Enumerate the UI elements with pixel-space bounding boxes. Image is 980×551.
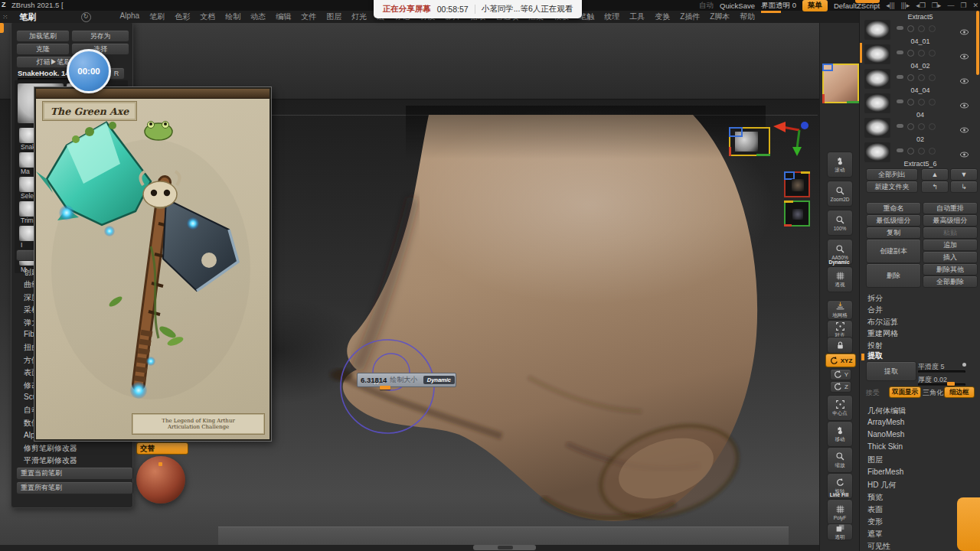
axis-gizmo[interactable] [772,116,818,159]
tool-section-3[interactable]: 布尔运算 [867,317,898,328]
duplicate-button[interactable]: 创建副本 [866,239,921,263]
menu-item[interactable]: Z插件 [680,11,700,22]
active-tool-thumbnail[interactable] [822,64,859,103]
rotate-y-button[interactable]: Y [830,369,851,380]
tool-section-4[interactable]: 重建网格 [867,328,898,339]
displacement-icon[interactable] [929,74,936,81]
store-window-icon[interactable]: ◂❒ [916,2,926,9]
subtool-down-button[interactable]: ▼ [950,168,978,181]
texture-icon[interactable] [918,148,925,155]
rotate-xyz-button[interactable]: XYZ [825,354,856,367]
uv-icon[interactable] [907,99,914,106]
highest-subdiv-button[interactable]: 最高级细分 [923,214,978,227]
new-folder-button[interactable]: 新建文件夹 [866,181,918,193]
ui-opacity-handle[interactable] [761,11,781,13]
subtool-row[interactable] [860,46,979,62]
current-brush-slider[interactable]: SnakeHook. 143 [18,69,74,77]
polypaint-icon[interactable] [897,51,903,54]
tool-section-2[interactable]: 合并 [867,305,883,315]
menu-item[interactable]: 动态 [250,11,266,22]
menu-item[interactable]: 文档 [200,11,215,22]
tool-section-5[interactable]: 投射 [867,341,883,351]
restore-window-icon[interactable]: ❒▸ [932,2,942,9]
uv-icon[interactable] [907,123,914,130]
menu-item[interactable]: 笔刷 [149,11,165,22]
polypaint-icon[interactable] [897,148,903,152]
中心点-button[interactable]: 中心点 [827,395,853,421]
shrink-ui-left-icon[interactable]: ◂||| [886,2,895,9]
clone-brush-button[interactable]: 克隆 [16,43,70,55]
tool-section-bottom-1[interactable]: 几何体编辑 [867,406,906,416]
delete-all-button[interactable]: 全部删除 [923,276,978,288]
menu-item[interactable]: 图层 [326,11,341,22]
menu-button[interactable]: 菜单 [802,0,828,11]
eye-icon[interactable] [959,122,969,136]
minimize-icon[interactable]: — [947,2,954,9]
eye-icon[interactable] [959,73,969,87]
move-to-folder-down-button[interactable]: ↳ [950,181,978,193]
menu-item[interactable]: Z脚本 [710,11,730,22]
extract-thickness-handle[interactable] [947,382,955,386]
tool-section-bottom-12[interactable]: 可见性 [867,541,890,551]
uv-icon[interactable] [907,50,914,57]
menu-item[interactable]: 绘制 [225,11,240,22]
auto-reorder-button[interactable]: 自动重排 [923,202,978,214]
subtool-row[interactable] [860,119,979,135]
tool-section-bottom-4[interactable]: Thick Skin [867,442,903,451]
extract-button[interactable]: 提取 [866,361,916,381]
缩放-button[interactable]: 缩放 [827,447,853,473]
maximize-icon[interactable]: ❐ [960,2,966,9]
透视-button[interactable]: 透视 [827,266,853,292]
view-thumbnail-2[interactable] [784,171,810,197]
texture-icon[interactable] [918,50,925,57]
polypaint-icon[interactable] [897,124,903,128]
displacement-icon[interactable] [929,123,936,130]
displacement-icon[interactable] [929,50,936,57]
tool-section-bottom-11[interactable]: 遮罩 [867,529,883,540]
menu-item[interactable]: 帮助 [740,11,755,22]
recording-clock-overlay[interactable]: 00:00 [67,49,111,93]
sculpt-model[interactable] [207,106,804,549]
double-sided-toggle[interactable]: 双面显示 [889,386,921,398]
displacement-icon[interactable] [929,148,936,155]
ui-opacity-slider[interactable]: 界面透明 0 [761,1,796,11]
smoothness-track[interactable] [918,370,965,373]
tool-section-bottom-9[interactable]: 表面 [867,504,883,515]
polypaint-icon[interactable] [897,99,903,103]
move-to-folder-up-button[interactable]: ↰ [921,181,949,193]
tool-section-bottom-7[interactable]: HD 几何 [867,480,896,491]
menu-item[interactable]: 编辑 [276,11,291,22]
uv-icon[interactable] [907,148,914,155]
eye-icon[interactable] [959,147,969,161]
alternate-button[interactable]: 交替 [136,442,188,455]
polypaint-icon[interactable] [897,26,903,30]
subtool-up-button[interactable]: ▲ [921,168,949,181]
rename-button[interactable]: 重命名 [866,202,921,214]
menu-item[interactable]: 纹理 [604,11,619,22]
subtool-scrollbar[interactable] [976,11,979,75]
list-all-button[interactable]: 全部列出 [866,168,918,181]
透明-button[interactable]: 透明 [827,523,853,540]
tool-section-1[interactable]: 拆分 [867,293,883,304]
load-brush-button[interactable]: 加载笔刷 [16,30,70,42]
refresh-icon[interactable]: ↻ [81,12,91,22]
reference-image[interactable]: The Green Axe [34,87,271,441]
地网格-button[interactable]: 地网格 [827,300,853,320]
rotate-z-button[interactable]: Z [830,381,851,393]
thin-border-toggle[interactable]: 细边框 [944,386,975,398]
subtool-row[interactable] [860,144,979,160]
uv-icon[interactable] [907,74,914,81]
reset-current-brush[interactable]: 重置当前笔刷 [16,467,133,480]
tool-section-bottom-6[interactable]: FiberMesh [867,468,903,476]
close-icon[interactable]: ✕ [972,2,978,9]
tool-section-bottom-8[interactable]: 预览 [867,492,883,503]
panel-divider-tab[interactable] [855,0,880,3]
texture-icon[interactable] [918,99,925,106]
eye-icon[interactable] [959,24,969,38]
menu-item[interactable]: 文件 [301,11,316,22]
view-thumbnail-1[interactable] [729,127,770,156]
palette-drag-icon[interactable]: ⁙ [2,13,9,21]
view-thumbnail-3[interactable] [784,201,810,227]
menu-item[interactable]: 灯光 [351,11,367,22]
subtool-row[interactable] [860,70,979,86]
